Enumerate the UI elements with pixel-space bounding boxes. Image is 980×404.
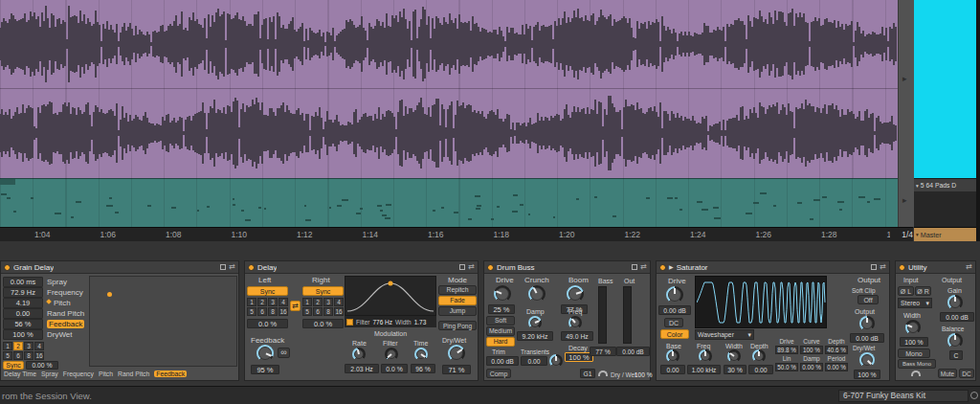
bass-amount-value[interactable]: 77 % — [590, 347, 616, 356]
left-offset-value[interactable]: 0.0 % — [247, 319, 288, 328]
pads-track-header[interactable]: ▾ 5 64 Pads D — [914, 178, 976, 191]
spray-value[interactable]: 0.00 ms — [3, 277, 43, 287]
device-fold-arrow-icon[interactable]: ▶ — [669, 263, 674, 271]
device-title-bar[interactable]: ▶ Saturator ⇄ — [657, 261, 889, 274]
right-offset-value[interactable]: 0.0 % — [302, 319, 344, 328]
damp-value[interactable]: 9.20 kHz — [517, 331, 553, 341]
right-beat-button[interactable]: 5 — [302, 307, 312, 316]
hot-swap-icon[interactable]: ⇄ — [229, 263, 235, 271]
clock-icon[interactable] — [970, 392, 978, 399]
balance-value[interactable]: C — [949, 350, 963, 360]
save-preset-icon[interactable] — [632, 264, 637, 270]
right-beat-button[interactable]: 3 — [323, 298, 333, 306]
delay-time-beat-button[interactable]: 4 — [34, 342, 44, 350]
delay-time-beat-button[interactable]: 16 — [34, 351, 44, 360]
waveshaper-param[interactable]: Curve 100 % — [800, 338, 823, 354]
dry-wet-value[interactable]: 100 % — [635, 370, 652, 379]
freeze-button[interactable]: ∞ — [278, 348, 290, 358]
scrollbar[interactable] — [976, 0, 980, 241]
color-freq-knob[interactable] — [699, 349, 712, 363]
midi-clip[interactable] — [0, 178, 898, 227]
transients-value[interactable]: 0.00 — [521, 356, 547, 366]
audio-track-header[interactable] — [914, 0, 976, 178]
color-width-value[interactable]: 30 % — [724, 365, 746, 374]
bass-mono-button[interactable]: Bass Mono — [898, 359, 936, 369]
drive-knob[interactable] — [666, 286, 683, 303]
delay-time-beat-button[interactable]: 1 — [3, 342, 12, 350]
base-knob[interactable] — [666, 349, 679, 363]
x-axis-tab[interactable]: Spray — [41, 370, 58, 377]
x-axis-tab[interactable]: Pitch — [99, 370, 113, 377]
sync-button[interactable]: Sync — [3, 361, 24, 370]
base-value[interactable]: 0.00 — [660, 365, 685, 374]
bass-audition-headphone-icon[interactable] — [911, 370, 921, 376]
frequency-value[interactable]: 72.9 Hz — [3, 287, 43, 298]
feedback-knob[interactable] — [256, 345, 274, 362]
x-axis-tab[interactable]: Rand Pitch — [118, 370, 149, 377]
color-depth-value[interactable]: 0.00 — [748, 365, 773, 374]
hot-swap-icon[interactable]: ⇄ — [640, 263, 647, 271]
hot-swap-icon[interactable]: ⇄ — [966, 263, 972, 271]
mono-button[interactable]: Mono — [898, 348, 930, 358]
device-activator-toggle[interactable] — [899, 264, 905, 271]
mod-filter-value[interactable]: 0.0 % — [381, 364, 408, 373]
waveshaper-param-value[interactable]: 89.8 % — [775, 346, 798, 354]
dc-filter-button[interactable]: DC — [959, 369, 974, 378]
left-beat-button[interactable]: 8 — [268, 307, 278, 316]
right-sync-button[interactable]: Sync — [302, 286, 344, 296]
color-freq-value[interactable]: 1.00 kHz — [687, 365, 721, 374]
feedback-value[interactable]: 95 % — [251, 365, 279, 374]
save-preset-icon[interactable] — [459, 264, 465, 270]
delay-time-beat-button[interactable]: 5 — [3, 351, 12, 360]
dry-wet-value[interactable]: 100 % — [854, 370, 880, 379]
left-beat-button[interactable]: 16 — [278, 307, 288, 316]
waveshaper-param[interactable]: Lin 50.0 % — [775, 355, 798, 371]
gain-knob[interactable] — [947, 295, 963, 310]
device-activator-toggle[interactable] — [659, 264, 666, 271]
waveshaper-param-value[interactable]: 40.6 % — [825, 346, 848, 354]
delay-time-beat-button[interactable]: 6 — [13, 351, 23, 360]
sync-offset-value[interactable]: 0.00 % — [26, 361, 58, 370]
hot-swap-icon[interactable]: ⇄ — [880, 263, 886, 271]
x-axis-tab[interactable]: Delay Time — [4, 370, 36, 377]
boom-knob[interactable] — [567, 285, 584, 303]
drywet-value[interactable]: 100 % — [3, 329, 43, 340]
transients-knob[interactable] — [549, 354, 563, 368]
left-beat-button[interactable]: 6 — [257, 307, 267, 316]
right-beat-button[interactable]: 4 — [334, 298, 344, 306]
right-beat-button[interactable]: 6 — [313, 307, 323, 316]
filter-freq-value[interactable]: 776 Hz — [372, 319, 392, 325]
delay-mode-button[interactable]: Repitch — [438, 285, 477, 295]
filter-enable-toggle[interactable] — [346, 319, 353, 325]
shaper-type-dropdown[interactable]: Waveshaper ▾ — [695, 329, 754, 340]
filter-display[interactable] — [345, 276, 436, 316]
save-preset-icon[interactable] — [871, 264, 877, 270]
left-beat-button[interactable]: 4 — [278, 298, 288, 306]
waveshaper-param[interactable]: Drive 89.8 % — [775, 338, 798, 354]
delay-time-beat-button[interactable]: 2 — [13, 342, 23, 350]
x-axis-tab[interactable]: Frequency — [63, 370, 94, 377]
dc-filter-button[interactable]: DC — [664, 318, 683, 327]
waveshaper-param[interactable]: Depth 40.6 % — [825, 338, 848, 354]
balance-knob[interactable] — [947, 333, 963, 348]
left-beat-button[interactable]: 3 — [268, 298, 278, 306]
channel-mode-dropdown[interactable]: Stereo ▾ — [898, 298, 932, 308]
waveshaper-param-value[interactable]: 0.00 % — [825, 363, 848, 371]
rate-value[interactable]: 2.03 Hz — [345, 364, 379, 373]
left-sync-button[interactable]: Sync — [247, 286, 288, 296]
right-beat-button[interactable]: 2 — [313, 298, 323, 306]
unfold-icon[interactable]: ▾ — [916, 232, 919, 237]
feedback-value[interactable]: 56 % — [3, 319, 43, 329]
master-track-header[interactable]: ▾ Master — [914, 227, 976, 241]
xy-pad-handle[interactable] — [107, 292, 112, 297]
pitch-value[interactable]: 4.19 — [3, 298, 43, 308]
track-unfold-arrow-icon[interactable]: ▸ — [902, 196, 907, 205]
boom-audition-headphone-icon[interactable] — [598, 370, 608, 376]
device-title-bar[interactable]: Grain Delay ⇄ — [1, 261, 238, 274]
waveshaper-param-value[interactable]: 100 % — [800, 346, 823, 354]
mute-button[interactable]: Mute — [938, 369, 957, 378]
waveshaper-param[interactable]: Period 0.00 % — [825, 355, 848, 371]
device-activator-toggle[interactable] — [4, 264, 11, 271]
damp-knob[interactable] — [528, 316, 542, 329]
drive-value[interactable]: 0.00 dB — [658, 305, 691, 315]
